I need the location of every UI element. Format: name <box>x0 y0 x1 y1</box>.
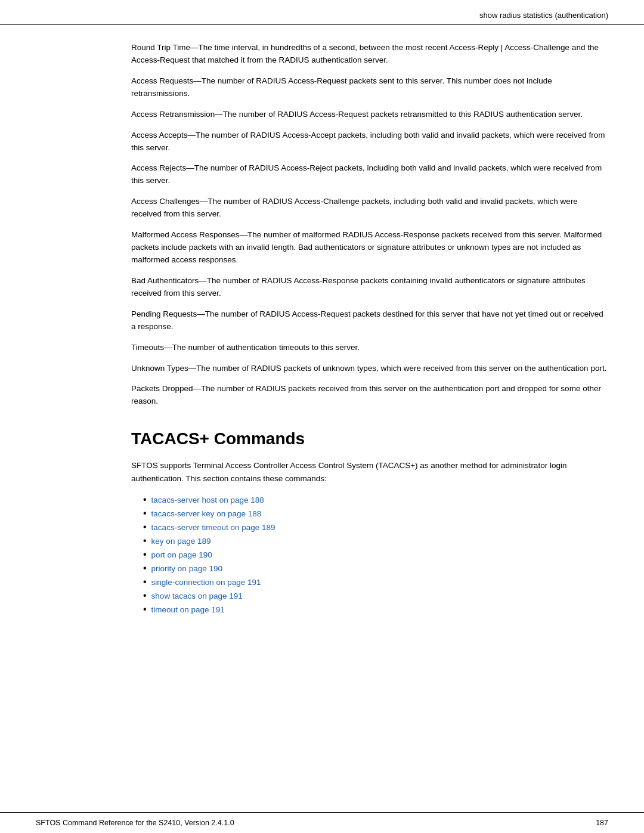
list-item: timeout on page 191 <box>143 604 608 615</box>
list-item: priority on page 190 <box>143 563 608 574</box>
links-list: tacacs-server host on page 188 tacacs-se… <box>131 494 608 615</box>
paragraph-1: Round Trip Time—The time interval, in hu… <box>131 42 608 67</box>
list-item: tacacs-server key on page 188 <box>143 508 608 519</box>
footer-left-text: SFTOS Command Reference for the S2410, V… <box>36 819 234 827</box>
paragraph-4: Access Accepts—The number of RADIUS Acce… <box>131 129 608 154</box>
link-tacacs-server-key[interactable]: tacacs-server key on page 188 <box>151 509 262 518</box>
section-heading: TACACS+ Commands <box>131 429 608 448</box>
paragraph-6: Access Challenges—The number of RADIUS A… <box>131 196 608 221</box>
paragraph-2: Access Requests—The number of RADIUS Acc… <box>131 75 608 100</box>
link-tacacs-server-timeout[interactable]: tacacs-server timeout on page 189 <box>151 523 275 532</box>
list-item: key on page 189 <box>143 535 608 546</box>
header-title: show radius statistics (authentication) <box>479 11 608 20</box>
footer-page-number: 187 <box>596 819 608 827</box>
list-item: port on page 190 <box>143 549 608 560</box>
link-timeout[interactable]: timeout on page 191 <box>151 605 225 614</box>
list-item: tacacs-server timeout on page 189 <box>143 522 608 532</box>
paragraph-5: Access Rejects—The number of RADIUS Acce… <box>131 162 608 187</box>
link-port[interactable]: port on page 190 <box>151 550 212 559</box>
link-show-tacacs[interactable]: show tacacs on page 191 <box>151 592 243 600</box>
paragraph-8: Bad Authenticators—The number of RADIUS … <box>131 275 608 300</box>
paragraph-7: Malformed Access Responses—The number of… <box>131 229 608 267</box>
link-single-connection[interactable]: single-connection on page 191 <box>151 578 261 587</box>
paragraph-12: Packets Dropped—The number of RADIUS pac… <box>131 383 608 408</box>
paragraph-11: Unknown Types—The number of RADIUS packe… <box>131 363 608 375</box>
list-item: tacacs-server host on page 188 <box>143 494 608 505</box>
link-key[interactable]: key on page 189 <box>151 537 211 546</box>
list-item: show tacacs on page 191 <box>143 590 608 601</box>
paragraph-3: Access Retransmission—The number of RADI… <box>131 109 608 121</box>
link-priority[interactable]: priority on page 190 <box>151 564 222 573</box>
page-footer: SFTOS Command Reference for the S2410, V… <box>0 812 644 833</box>
page-header: show radius statistics (authentication) <box>0 0 644 25</box>
page-container: show radius statistics (authentication) … <box>0 0 644 833</box>
intro-paragraph: SFTOS supports Terminal Access Controlle… <box>131 459 608 485</box>
list-item: single-connection on page 191 <box>143 577 608 587</box>
paragraph-9: Pending Requests—The number of RADIUS Ac… <box>131 308 608 333</box>
link-tacacs-server-host[interactable]: tacacs-server host on page 188 <box>151 496 264 504</box>
paragraph-10: Timeouts—The number of authentication ti… <box>131 342 608 354</box>
main-content: Round Trip Time—The time interval, in hu… <box>0 25 644 812</box>
